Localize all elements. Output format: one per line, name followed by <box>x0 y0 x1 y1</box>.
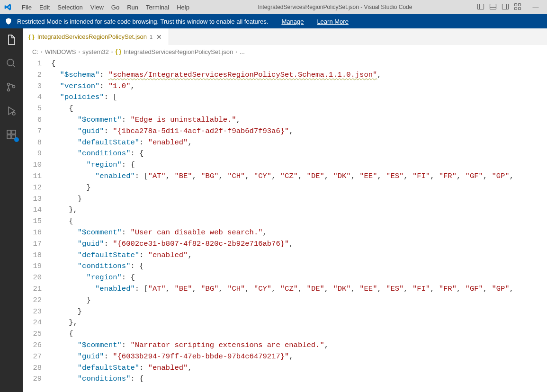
title-bar: File Edit Selection View Go Run Terminal… <box>0 0 547 14</box>
menu-help[interactable]: Help <box>173 2 193 13</box>
breadcrumb-segment[interactable]: system32 <box>82 48 109 55</box>
svg-point-12 <box>8 83 10 86</box>
search-icon[interactable] <box>5 57 18 70</box>
customize-layout-icon[interactable] <box>514 3 521 12</box>
menu-view[interactable]: View <box>87 2 108 13</box>
breadcrumb[interactable]: C:› WINDOWS› system32› { } IntegratedSer… <box>23 45 547 58</box>
svg-rect-0 <box>478 4 484 9</box>
explorer-icon[interactable] <box>5 33 18 46</box>
svg-rect-7 <box>519 3 521 6</box>
svg-rect-16 <box>7 130 11 134</box>
clock-badge-icon <box>14 137 19 142</box>
toggle-panel-icon[interactable] <box>489 3 497 12</box>
svg-rect-9 <box>519 7 521 9</box>
svg-point-15 <box>12 112 15 115</box>
svg-point-10 <box>7 59 14 66</box>
close-icon[interactable]: ✕ <box>155 33 163 41</box>
breadcrumb-segment[interactable]: C: <box>32 48 38 55</box>
svg-rect-17 <box>7 135 11 139</box>
window-title: IntegratedServicesRegionPolicySet.json -… <box>193 4 477 10</box>
chevron-right-icon: › <box>41 49 43 54</box>
menu-edit[interactable]: Edit <box>36 2 54 13</box>
svg-rect-8 <box>515 7 517 9</box>
line-number-gutter: 1234567891011121314151617181920212223242… <box>23 58 51 392</box>
code-editor[interactable]: 1234567891011121314151617181920212223242… <box>23 58 547 392</box>
code-content[interactable]: { "$schema": "schemas/IntegratedServices… <box>51 58 547 392</box>
svg-rect-2 <box>490 4 496 9</box>
chevron-right-icon: › <box>235 49 237 54</box>
toggle-secondary-sidebar-icon[interactable] <box>502 3 509 12</box>
editor-area: { } IntegratedServicesRegionPolicySet.js… <box>23 28 547 392</box>
vscode-logo-icon <box>4 3 12 11</box>
menu-go[interactable]: Go <box>108 2 123 13</box>
toggle-primary-sidebar-icon[interactable] <box>477 3 484 12</box>
run-debug-icon[interactable] <box>5 104 18 117</box>
tab-bar: { } IntegratedServicesRegionPolicySet.js… <box>23 28 547 45</box>
menu-file[interactable]: File <box>18 2 36 13</box>
breadcrumb-segment[interactable]: IntegratedServicesRegionPolicySet.json <box>124 48 233 55</box>
layout-controls <box>477 3 521 12</box>
banner-learn-more-link[interactable]: Learn More <box>317 18 348 25</box>
json-icon: { } <box>115 48 121 55</box>
breadcrumb-segment[interactable]: WINDOWS <box>45 48 76 55</box>
chevron-right-icon: › <box>111 49 113 54</box>
json-icon: { } <box>28 34 35 40</box>
svg-rect-19 <box>12 130 16 134</box>
menu-terminal[interactable]: Terminal <box>142 2 173 13</box>
source-control-icon[interactable] <box>5 80 18 94</box>
tab-dirty-indicator: 1 <box>150 34 152 40</box>
svg-point-13 <box>8 89 10 91</box>
svg-rect-4 <box>502 4 509 9</box>
svg-line-11 <box>13 65 15 67</box>
editor-tab[interactable]: { } IntegratedServicesRegionPolicySet.js… <box>23 28 169 45</box>
banner-manage-link[interactable]: Manage <box>281 18 304 25</box>
tab-filename: IntegratedServicesRegionPolicySet.json <box>37 33 147 40</box>
svg-rect-6 <box>515 3 517 6</box>
activity-bar <box>0 28 23 392</box>
restricted-mode-banner: Restricted Mode is intended for safe cod… <box>0 14 547 28</box>
shield-icon <box>5 18 12 25</box>
menu-selection[interactable]: Selection <box>54 2 86 13</box>
menu-run[interactable]: Run <box>123 2 142 13</box>
chevron-right-icon: › <box>78 49 80 54</box>
svg-point-14 <box>13 86 15 88</box>
banner-message: Restricted Mode is intended for safe cod… <box>17 18 268 25</box>
extensions-icon[interactable] <box>5 128 18 141</box>
window-minimize-button[interactable]: — <box>528 4 543 11</box>
breadcrumb-segment[interactable]: ... <box>240 48 245 55</box>
menu-bar: File Edit Selection View Go Run Terminal… <box>18 2 193 13</box>
